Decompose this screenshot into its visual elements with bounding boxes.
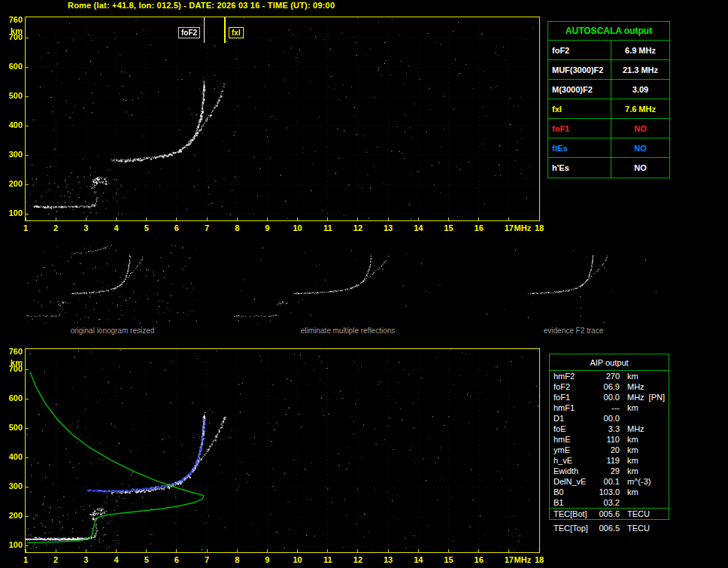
x-tick-label: 15	[444, 223, 453, 232]
aip-param-unit: MHz	[620, 392, 645, 402]
aip-param-value: 29	[594, 466, 620, 476]
y-tick-label: 400	[2, 452, 23, 461]
x-tick-label: 5	[144, 555, 149, 564]
autoscala-row: foF1NO	[548, 119, 669, 138]
aip-row: B103.2	[550, 497, 669, 508]
aip-param-name: foF2	[554, 381, 594, 392]
x-tick-label: 16	[475, 223, 484, 232]
autoscala-row-value: 6.9 MHz	[611, 41, 669, 59]
aip-row: hmF1---km	[550, 402, 669, 413]
autoscala-row: fxI7.6 MHz	[548, 99, 669, 119]
aip-param-note	[639, 371, 665, 381]
aip-param-unit: TECU	[620, 523, 650, 533]
x-tick-label: 3	[83, 223, 88, 232]
aip-row: Ewidth29km	[550, 466, 669, 476]
aip-row: D100.0	[550, 413, 669, 424]
x-tick-label: 18	[535, 223, 544, 232]
autoscala-table: AUTOSCALA output foF26.9 MHzMUF(3000)F22…	[548, 21, 670, 178]
aip-tec-top-row: TEC[Top]006.5TECU	[550, 523, 669, 533]
aip-param-value: 006.5	[594, 523, 620, 533]
aip-param-unit: km	[620, 445, 639, 455]
x-tick-label: 2	[53, 223, 58, 232]
x-tick-label: 9	[265, 223, 269, 232]
aip-param-note	[627, 413, 665, 424]
x-tick-label: 16	[475, 555, 484, 564]
aip-param-name: TEC[Top]	[554, 523, 594, 533]
aip-param-note	[639, 445, 665, 455]
aip-row: foF100.0MHz[PN]	[550, 392, 669, 402]
aip-param-note	[639, 466, 665, 476]
aip-param-name: B0	[554, 487, 594, 497]
aip-param-note	[639, 487, 665, 497]
aip-param-note	[639, 402, 665, 413]
autoscala-row: MUF(3000)F221.3 MHz	[548, 60, 669, 80]
aip-row: hmF2270km	[550, 371, 669, 381]
aip-param-note	[627, 497, 665, 508]
y-tick-label: 500	[2, 91, 23, 100]
thumbnail-f2-trace	[478, 245, 669, 323]
aip-header: AIP output	[550, 354, 669, 371]
aip-param-unit: km	[620, 402, 639, 413]
y-axis-unit: km	[2, 26, 23, 35]
autoscala-row-label: fxI	[548, 99, 611, 118]
y-tick-label: 200	[2, 179, 23, 188]
x-tick-label: 5	[144, 223, 149, 232]
autoscala-row-value: NO	[611, 119, 669, 138]
aip-param-name: hmF2	[554, 371, 594, 381]
x-axis-unit: MHz	[514, 555, 532, 564]
aip-param-name: hmF1	[554, 402, 594, 413]
aip-param-unit: km	[620, 455, 639, 466]
aip-param-name: D1	[554, 413, 594, 424]
x-tick-label: 7	[205, 223, 209, 232]
thumbnail-caption-f2: evidence F2 trace	[478, 327, 669, 335]
aip-param-name: hmE	[554, 434, 594, 445]
aip-param-unit: km	[620, 371, 639, 381]
autoscala-row-value: NO	[611, 138, 669, 157]
aip-param-note	[651, 476, 665, 487]
aip-param-note: [PN]	[645, 392, 665, 402]
x-tick-label: 4	[114, 555, 118, 564]
aip-param-name: DelN_vE	[554, 476, 594, 487]
autoscala-row-value: NO	[611, 158, 669, 178]
aip-param-unit: TECU	[620, 509, 650, 519]
y-tick-label: 300	[2, 481, 23, 491]
aip-param-value: 00.0	[594, 413, 620, 424]
aip-param-unit	[620, 497, 627, 508]
aip-param-value: 00.1	[594, 476, 620, 487]
aip-param-note	[645, 424, 665, 434]
thumbnail-multiple-reflections-removed	[233, 245, 463, 323]
aip-param-value: 06.9	[594, 381, 620, 392]
aip-row: DelN_vE00.1m^(-3)	[550, 476, 669, 487]
x-tick-label: 1	[23, 555, 28, 564]
fof2-marker-line	[204, 17, 205, 43]
x-tick-label: 11	[323, 223, 332, 232]
y-tick-label: 300	[2, 150, 23, 159]
autoscala-header: AUTOSCALA output	[548, 22, 669, 41]
aip-param-unit: MHz	[620, 381, 645, 392]
aip-tec-bot-row: TEC[Bot]005.6TECU	[550, 508, 669, 519]
top-ionogram-plot: foF2 fxI	[25, 17, 540, 221]
page-title: Rome (lat: +41.8, lon: 012.5) - DATE: 20…	[68, 1, 335, 10]
autoscala-row-value: 3.09	[611, 80, 669, 99]
aip-param-name: B1	[554, 497, 594, 508]
autoscala-rows: foF26.9 MHzMUF(3000)F221.3 MHzM(3000)F23…	[548, 41, 669, 178]
y-tick-label: 500	[2, 423, 23, 432]
x-tick-label: 11	[323, 555, 332, 564]
x-tick-label: 17	[505, 555, 514, 564]
aip-row: h_vE119km	[550, 455, 669, 466]
fxi-marker-line	[224, 17, 226, 43]
autoscala-row-label: foF1	[548, 119, 611, 138]
aip-param-name: foF1	[554, 392, 594, 402]
aip-param-value: 005.6	[594, 509, 620, 519]
y-tick-label: 600	[2, 393, 23, 402]
autoscala-row: ftEsNO	[548, 138, 669, 158]
aip-rows: hmF2270kmfoF206.9MHzfoF100.0MHz[PN]hmF1-…	[550, 371, 669, 519]
aip-param-name: ymE	[554, 445, 594, 455]
autoscala-row-label: MUF(3000)F2	[548, 60, 611, 79]
x-tick-label: 17	[505, 223, 514, 232]
aip-row: foF206.9MHz	[550, 381, 669, 392]
aip-row: B0103.0km	[550, 487, 669, 497]
aip-param-unit: km	[620, 487, 639, 497]
aip-param-unit: km	[620, 434, 639, 445]
aip-param-name: h_vE	[554, 455, 594, 466]
